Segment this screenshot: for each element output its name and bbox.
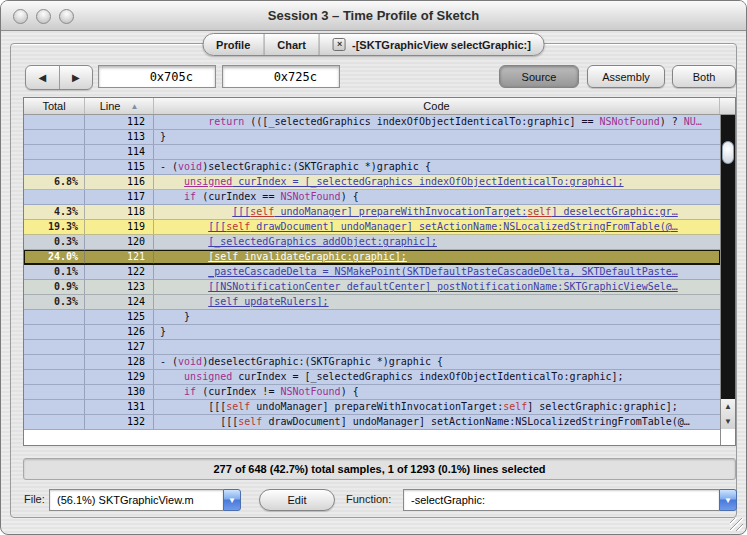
code-cell[interactable]: [self updateRulers]; bbox=[154, 295, 720, 309]
table-row[interactable]: 6.8% 116 unsigned curIndex = [_selectedG… bbox=[24, 175, 720, 190]
function-dropdown-arrow-icon[interactable]: ▼ bbox=[719, 489, 737, 511]
total-percent-cell bbox=[24, 385, 85, 399]
table-row[interactable]: 131 [[[self undoManager] prepareWithInvo… bbox=[24, 400, 720, 415]
function-label: Function: bbox=[346, 493, 391, 505]
scroll-up-button[interactable]: ▲ bbox=[721, 399, 735, 414]
file-dropdown-arrow-icon[interactable]: ▼ bbox=[223, 489, 241, 511]
edit-button[interactable]: Edit bbox=[259, 489, 335, 511]
title-bar[interactable]: Session 3 – Time Profile of Sketch bbox=[1, 1, 746, 31]
total-percent-cell bbox=[24, 115, 85, 129]
scroll-down-button[interactable]: ▼ bbox=[721, 414, 735, 429]
line-number-cell: 129 bbox=[85, 370, 154, 384]
file-label: File: bbox=[24, 493, 45, 505]
both-view-button[interactable]: Both bbox=[672, 65, 736, 88]
table-row[interactable]: 115 - (void)selectGraphic:(SKTGraphic *)… bbox=[24, 160, 720, 175]
code-table-body: 112 return (([_selectedGraphics indexOfO… bbox=[24, 115, 720, 445]
code-cell[interactable]: - (void)deselectGraphic:(SKTGraphic *)gr… bbox=[154, 355, 720, 369]
line-number-cell: 116 bbox=[85, 175, 154, 189]
window-title: Session 3 – Time Profile of Sketch bbox=[1, 1, 746, 30]
table-row[interactable]: 19.3% 119 [[[self drawDocument] undoMana… bbox=[24, 220, 720, 235]
table-row[interactable]: 132 [[[self drawDocument] undoManager] s… bbox=[24, 415, 720, 430]
column-header-line[interactable]: Line ▲ bbox=[85, 98, 154, 114]
assembly-view-button[interactable]: Assembly bbox=[587, 65, 665, 88]
tab-chart[interactable]: Chart bbox=[264, 34, 320, 55]
code-cell[interactable]: [[[self drawDocument] undoManager] setAc… bbox=[154, 415, 720, 429]
line-number-cell: 120 bbox=[85, 235, 154, 249]
vertical-scrollbar[interactable]: ▲ ▼ bbox=[720, 115, 735, 445]
source-view-button[interactable]: Source bbox=[499, 65, 579, 88]
tab-profile[interactable]: Profile bbox=[203, 34, 264, 55]
address-start-field[interactable] bbox=[98, 65, 216, 88]
total-percent-cell bbox=[24, 370, 85, 384]
table-row[interactable]: 24.0% 121 [self invalidateGraphic:graphi… bbox=[24, 250, 720, 265]
code-cell[interactable]: _pasteCascadeDelta = NSMakePoint(SKTDefa… bbox=[154, 265, 720, 279]
tab-function[interactable]: × -[SKTGraphicView selectGraphic:] bbox=[320, 34, 544, 55]
total-percent-cell: 4.3% bbox=[24, 205, 85, 219]
code-table-header: Total Line ▲ Code bbox=[24, 98, 735, 115]
table-row[interactable]: 130 if (curIndex != NSNotFound) { bbox=[24, 385, 720, 400]
sort-ascending-icon: ▲ bbox=[130, 102, 138, 111]
code-cell[interactable]: } bbox=[154, 310, 720, 324]
forward-button[interactable]: ▶ bbox=[60, 66, 93, 89]
code-cell[interactable]: [self invalidateGraphic:graphic]; bbox=[154, 250, 720, 264]
table-row[interactable]: 0.3% 120 [_selectedGraphics addObject:gr… bbox=[24, 235, 720, 250]
code-cell[interactable]: } bbox=[154, 130, 720, 144]
code-cell[interactable]: [[NSNotificationCenter defaultCenter] po… bbox=[154, 280, 720, 294]
table-row[interactable]: 112 return (([_selectedGraphics indexOfO… bbox=[24, 115, 720, 130]
address-end-field[interactable] bbox=[222, 65, 340, 88]
table-row[interactable]: 125 } bbox=[24, 310, 720, 325]
table-row[interactable]: 128 - (void)deselectGraphic:(SKTGraphic … bbox=[24, 355, 720, 370]
scrollbar-track[interactable] bbox=[721, 115, 735, 399]
table-row[interactable]: 0.9% 123 [[NSNotificationCenter defaultC… bbox=[24, 280, 720, 295]
line-number-cell: 125 bbox=[85, 310, 154, 324]
code-cell[interactable] bbox=[154, 340, 720, 354]
code-cell[interactable] bbox=[154, 145, 720, 159]
table-row[interactable]: 113 } bbox=[24, 130, 720, 145]
table-row[interactable]: 127 bbox=[24, 340, 720, 355]
table-row[interactable]: 117 if (curIndex == NSNotFound) { bbox=[24, 190, 720, 205]
code-cell[interactable]: return (([_selectedGraphics indexOfObjec… bbox=[154, 115, 720, 129]
code-cell[interactable]: if (curIndex != NSNotFound) { bbox=[154, 385, 720, 399]
line-number-cell: 131 bbox=[85, 400, 154, 414]
table-row[interactable]: 129 unsigned curIndex = [_selectedGraphi… bbox=[24, 370, 720, 385]
code-cell[interactable]: [_selectedGraphics addObject:graphic]; bbox=[154, 235, 720, 249]
line-number-cell: 130 bbox=[85, 385, 154, 399]
code-cell[interactable]: unsigned curIndex = [_selectedGraphics i… bbox=[154, 175, 720, 189]
column-header-code[interactable]: Code bbox=[154, 98, 720, 114]
total-percent-cell bbox=[24, 340, 85, 354]
status-text: 277 of 648 (42.7%) total samples, 1 of 1… bbox=[214, 463, 546, 475]
total-percent-cell: 0.1% bbox=[24, 265, 85, 279]
file-dropdown[interactable]: (56.1%) SKTGraphicView.m ▼ bbox=[49, 489, 241, 511]
close-tab-icon[interactable]: × bbox=[333, 38, 346, 51]
table-row[interactable]: 0.3% 124 [self updateRulers]; bbox=[24, 295, 720, 310]
line-number-cell: 113 bbox=[85, 130, 154, 144]
footer-controls: File: (56.1%) SKTGraphicView.m ▼ Edit Fu… bbox=[11, 489, 736, 513]
scroll-down-icon: ▼ bbox=[724, 417, 732, 426]
function-dropdown[interactable]: -selectGraphic: ▼ bbox=[403, 489, 737, 511]
code-table: Total Line ▲ Code 112 return (([_selecte… bbox=[23, 97, 736, 446]
line-number-cell: 122 bbox=[85, 265, 154, 279]
column-header-total[interactable]: Total bbox=[24, 98, 85, 114]
table-row[interactable]: 0.1% 122 _pasteCascadeDelta = NSMakePoin… bbox=[24, 265, 720, 280]
code-cell[interactable]: [[[self drawDocument] undoManager] setAc… bbox=[154, 220, 720, 234]
total-percent-cell: 0.9% bbox=[24, 280, 85, 294]
code-cell[interactable]: if (curIndex == NSNotFound) { bbox=[154, 190, 720, 204]
line-number-cell: 123 bbox=[85, 280, 154, 294]
function-dropdown-value: -selectGraphic: bbox=[403, 489, 719, 511]
code-cell[interactable]: [[[self undoManager] prepareWithInvocati… bbox=[154, 400, 720, 414]
table-row[interactable]: 4.3% 118 [[[self undoManager] prepareWit… bbox=[24, 205, 720, 220]
scrollbar-thumb[interactable] bbox=[722, 141, 734, 164]
total-percent-cell: 0.3% bbox=[24, 295, 85, 309]
code-cell[interactable]: [[[self undoManager] prepareWithInvocati… bbox=[154, 205, 720, 219]
code-cell[interactable]: } bbox=[154, 325, 720, 339]
line-number-cell: 112 bbox=[85, 115, 154, 129]
total-percent-cell bbox=[24, 400, 85, 414]
resize-grip[interactable] bbox=[730, 518, 743, 531]
back-button[interactable]: ◀ bbox=[26, 66, 60, 89]
total-percent-cell bbox=[24, 145, 85, 159]
tab-bar: Profile Chart × -[SKTGraphicView selectG… bbox=[202, 33, 545, 56]
code-cell[interactable]: unsigned curIndex = [_selectedGraphics i… bbox=[154, 370, 720, 384]
code-cell[interactable]: - (void)selectGraphic:(SKTGraphic *)grap… bbox=[154, 160, 720, 174]
table-row[interactable]: 126 } bbox=[24, 325, 720, 340]
table-row[interactable]: 114 bbox=[24, 145, 720, 160]
